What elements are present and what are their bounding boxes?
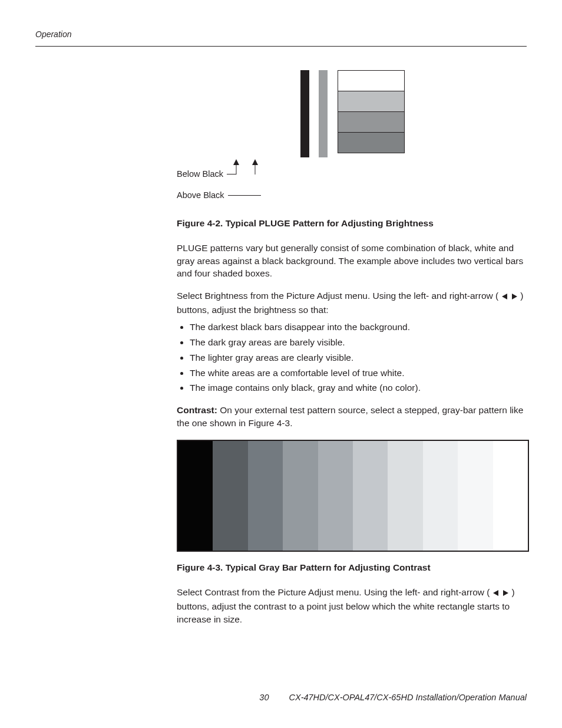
svg-marker-6	[493, 590, 498, 596]
pluge-figure	[239, 70, 409, 162]
graybar-step	[388, 441, 422, 551]
left-arrow-icon	[492, 587, 500, 600]
running-header: Operation	[35, 29, 527, 39]
graybar-step	[458, 441, 492, 551]
svg-marker-5	[512, 294, 517, 299]
paragraph: PLUGE patterns vary but generally consis…	[177, 242, 530, 280]
svg-marker-4	[502, 294, 507, 299]
figure-caption-4-3: Figure 4-3. Typical Gray Bar Pattern for…	[177, 562, 530, 573]
pluge-bar-below-black	[300, 70, 309, 157]
paragraph-text: Select Contrast from the Picture Adjust …	[177, 587, 490, 597]
list-item: The image contains only black, gray and …	[190, 381, 530, 394]
right-arrow-icon	[502, 587, 509, 600]
callout-below-black: Below Black	[177, 167, 530, 180]
graybar-step	[178, 441, 213, 551]
page-footer: 30 CX-47HD/CX-OPAL47/CX-65HD Installatio…	[35, 693, 527, 702]
graybar-step	[248, 441, 283, 551]
pluge-shade-dark	[338, 132, 405, 153]
left-arrow-icon	[501, 291, 508, 304]
footer-title: CX-47HD/CX-OPAL47/CX-65HD Installation/O…	[289, 693, 527, 702]
pluge-bar-above-black	[319, 70, 328, 157]
callout-label: Below Black	[177, 169, 223, 179]
page-number: 30	[259, 693, 269, 702]
graybar-step	[493, 441, 528, 551]
pluge-shade-stack	[338, 70, 405, 153]
paragraph-text: On your external test pattern source, se…	[177, 405, 523, 428]
page: Operation Below Black	[0, 0, 562, 728]
graybar-step	[318, 441, 353, 551]
list-item: The dark gray areas are barely visible.	[190, 336, 530, 349]
callout-leader-line	[228, 195, 261, 196]
graybar-step	[213, 441, 247, 551]
paragraph: Select Contrast from the Picture Adjust …	[177, 586, 530, 625]
paragraph: Contrast: On your external test pattern …	[177, 404, 530, 429]
list-item: The lighter gray areas are clearly visib…	[190, 351, 530, 364]
pluge-shade-mid	[338, 111, 405, 133]
paragraph-text: Select Brightness from the Picture Adjus…	[177, 291, 498, 301]
contrast-heading: Contrast:	[177, 405, 217, 415]
pluge-callouts: Below Black Above Black	[177, 167, 530, 202]
graybar-step	[353, 441, 388, 551]
graybar-step	[423, 441, 458, 551]
header-rule	[35, 46, 527, 47]
content-column: Below Black Above Black Figure 4-2. Typi…	[177, 70, 530, 625]
figure-caption-4-2: Figure 4-2. Typical PLUGE Pattern for Ad…	[177, 218, 530, 229]
list-item: The white areas are a comfortable level …	[190, 367, 530, 380]
pluge-shade-light	[338, 91, 405, 112]
pluge-shade-white	[338, 70, 405, 91]
callout-above-black: Above Black	[177, 189, 530, 202]
right-arrow-icon	[511, 291, 518, 304]
callout-label: Above Black	[177, 190, 224, 200]
graybar-figure	[177, 440, 529, 552]
list-item: The darkest black bars disappear into th…	[190, 321, 530, 334]
graybar-step	[283, 441, 318, 551]
svg-marker-7	[503, 590, 508, 596]
paragraph: Select Brightness from the Picture Adjus…	[177, 289, 530, 316]
brightness-bullet-list: The darkest black bars disappear into th…	[190, 321, 530, 394]
